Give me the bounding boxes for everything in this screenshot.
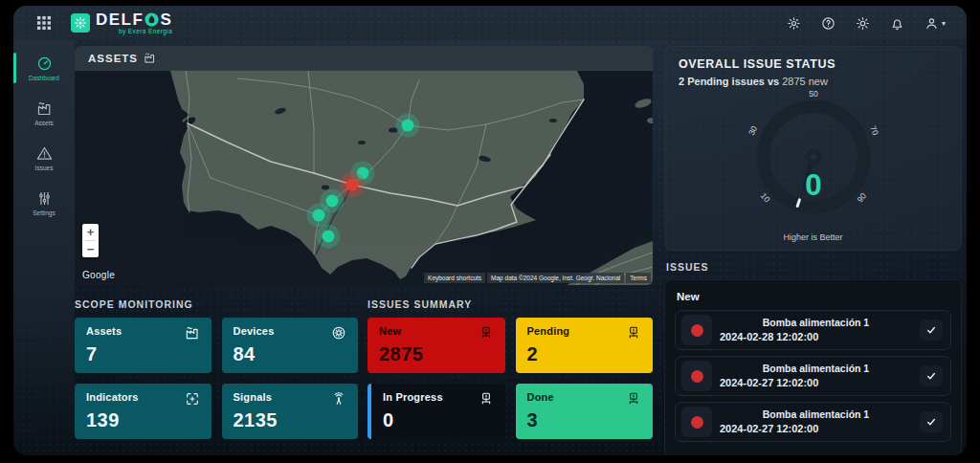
gauge-footer: Higher is Better [679,232,947,244]
issue-status-gauge: 50 30 70 10 90 0 [731,87,896,232]
app-window: DELF S by Exera Energia [13,6,967,455]
zoom-out-button[interactable]: − [82,241,99,257]
gauge-value: 0 [805,168,821,202]
red-asset-marker[interactable] [346,179,359,191]
card-label: New [379,325,401,337]
indicators-card[interactable]: Indicators 139 [75,384,212,439]
card-value: 2135 [234,409,347,431]
warning-icon [36,145,53,162]
logo-text-pre: DELF [96,11,144,28]
new-issues-card[interactable]: New 2875 [368,318,505,373]
in-progress-issues-card[interactable]: In Progress 0 [368,384,505,439]
issues-panel: New Bomba alimentación 1 2024-02-28 12:0… [664,279,962,455]
sidebar-label: Assets [34,120,54,126]
subtitle-strong: 2 Pending issues vs [679,76,779,87]
check-icon [926,417,936,427]
done-issues-card[interactable]: Done 3 [516,384,654,439]
issue-list-item[interactable]: Bomba alimentación 1 2024-02-27 12:02:00 [675,356,951,396]
sidebar-label: Dashboard [29,75,59,81]
green-asset-marker[interactable] [323,231,335,243]
card-label: Done [527,391,554,403]
card-value: 2 [527,343,642,365]
card-label: Pending [527,325,570,337]
delfos-logo[interactable]: DELF S by Exera Energia [71,11,172,35]
card-value: 7 [86,343,200,365]
subtitle-rest: 2875 new [782,76,828,87]
red-status-dot [691,370,703,383]
green-asset-marker[interactable] [313,209,325,222]
sidebar-item-assets[interactable]: Assets [13,95,75,131]
issues-summary-title: ISSUES SUMMARY [368,298,653,310]
antenna-icon [331,391,346,407]
factory-icon [36,100,53,117]
card-value: 3 [527,409,642,431]
factory-icon [144,52,156,64]
overall-issue-status-title: OVERALL ISSUE STATUS [679,57,947,71]
green-asset-marker[interactable] [402,120,414,132]
issue-list-item[interactable]: Bomba alimentación 1 2024-02-27 12:02:00 [675,402,951,442]
overall-issue-status-subtitle: 2 Pending issues vs 2875 new [679,76,947,87]
issue-title: Bomba alimentación 1 [720,316,912,329]
issue-type-icon [681,315,712,345]
scope-monitoring-section: SCOPE MONITORING Assets 7 [75,293,358,439]
issue-type-icon [681,407,712,437]
issue-timestamp: 2024-02-28 12:02:00 [720,330,912,344]
map-attribution: Keyboard shortcuts Map data ©2024 Google… [424,273,651,283]
issues-panel-title: ISSUES [666,261,962,273]
check-icon [926,325,936,335]
theme-sun-icon[interactable] [856,16,870,31]
crosshair-icon [185,391,200,407]
acknowledge-check-button[interactable] [920,411,943,432]
factory-icon [185,325,200,341]
issue-type-icon [681,361,712,391]
sidebar-label: Issues [35,165,54,171]
grid-menu-icon[interactable] [34,13,54,33]
assets-map[interactable]: + − Google Keyboard shortcuts Map data ©… [75,71,653,285]
signals-card[interactable]: Signals 2135 [222,384,359,439]
acknowledge-check-button[interactable] [920,365,943,386]
sliders-icon [36,190,53,207]
card-label: In Progress [383,391,443,403]
logo-subtitle: by Exera Energia [96,29,172,35]
card-value: 84 [234,343,347,365]
gear-icon[interactable] [787,16,801,31]
green-asset-marker[interactable] [326,195,339,208]
assets-card[interactable]: Assets 7 [75,318,212,373]
chevron-down-icon: ▾ [942,19,946,28]
sidebar-item-issues[interactable]: Issues [13,140,75,176]
bell-icon[interactable] [890,16,904,31]
pending-issues-card[interactable]: Pending 2 [516,318,654,373]
red-status-dot [691,416,703,429]
devices-card[interactable]: Devices 84 [222,318,359,373]
svg-text:70: 70 [867,124,880,137]
issue-timestamp: 2024-02-27 12:02:00 [720,376,912,390]
card-label: Devices [234,325,275,337]
issue-title: Bomba alimentación 1 [720,362,912,375]
sidebar-item-settings[interactable]: Settings [13,185,75,221]
zoom-in-button[interactable]: + [82,224,99,240]
issues-summary-section: ISSUES SUMMARY New 2875 [368,293,653,439]
help-icon[interactable] [821,16,835,31]
acknowledge-check-button[interactable] [920,320,943,341]
card-label: Indicators [86,391,139,403]
device-gear-icon [331,325,346,341]
drop-o-icon [145,12,159,27]
map-zoom-control: + − [82,224,99,257]
card-label: Assets [86,325,122,337]
keyboard-shortcuts-link[interactable]: Keyboard shortcuts [424,273,485,283]
svg-text:30: 30 [746,124,759,137]
issue-timestamp: 2024-02-27 12:02:00 [720,422,912,436]
green-asset-marker[interactable] [357,167,369,180]
sidebar: Dashboard Assets Issues Settings [13,40,75,455]
user-menu-icon[interactable]: ▾ [924,16,946,31]
terms-link[interactable]: Terms [626,273,651,283]
device-issue-icon [626,391,641,407]
issue-title: Bomba alimentación 1 [720,408,912,421]
sidebar-label: Settings [33,209,56,216]
issue-list-item[interactable]: Bomba alimentación 1 2024-02-28 12:02:00 [675,310,951,350]
card-value: 139 [86,409,200,431]
sidebar-item-dashboard[interactable]: Dashboard [13,50,75,86]
google-logo[interactable]: Google [82,270,115,280]
top-bar: DELF S by Exera Energia [13,6,967,40]
assets-panel: ASSETS [75,46,653,285]
